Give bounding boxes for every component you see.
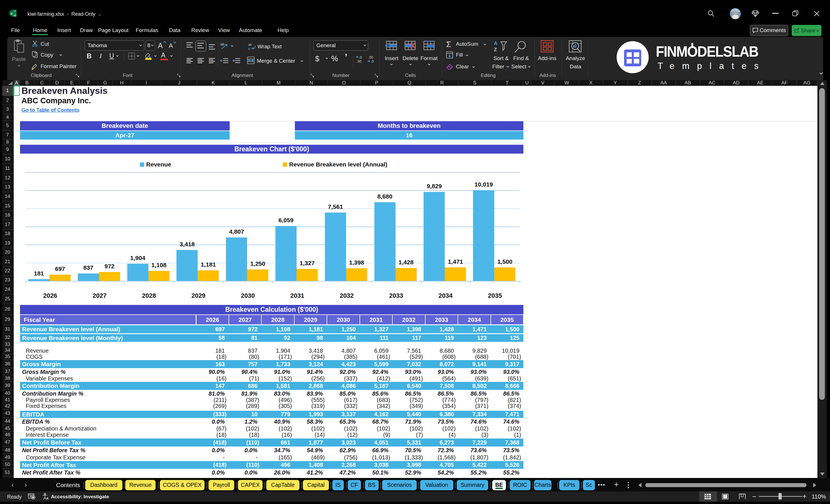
svg-text:ab: ab [248, 43, 252, 46]
svg-text:.0: .0 [371, 60, 374, 63]
svg-text:.00: .00 [369, 56, 373, 60]
svg-text:A: A [494, 41, 498, 46]
svg-text:x: x [10, 12, 12, 15]
svg-text:ab: ab [220, 42, 224, 46]
svg-text:c: c [248, 47, 250, 50]
svg-text:Z: Z [494, 47, 497, 52]
svg-text:.0: .0 [359, 56, 362, 60]
svg-text:.00: .00 [357, 60, 361, 63]
